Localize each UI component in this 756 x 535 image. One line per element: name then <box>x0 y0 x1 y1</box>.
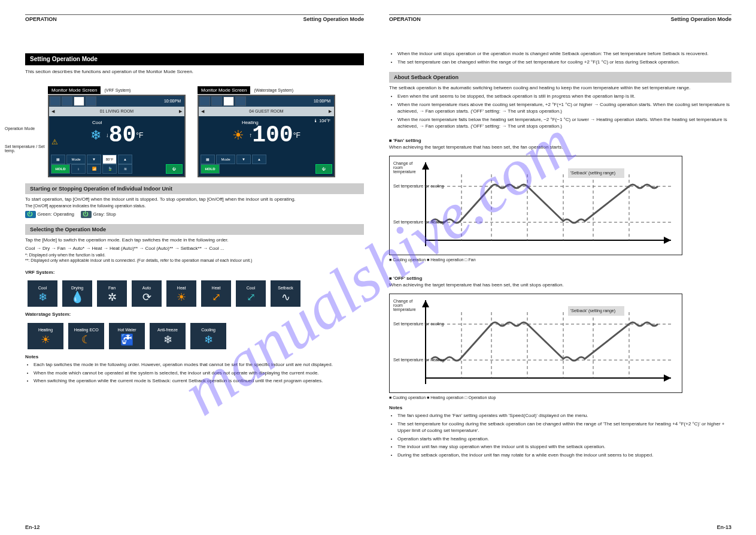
grid-button-2[interactable]: ▦ <box>201 155 215 164</box>
eco-button[interactable]: 🍃 <box>102 164 117 174</box>
shot2-label: Monitor Mode Screen <box>198 86 250 94</box>
mode-tile-drying[interactable]: Drying💧 <box>62 280 92 307</box>
left-notes: Each tap switches the mode in the follow… <box>34 362 364 385</box>
tab-occupancy-icon-2[interactable] <box>235 96 246 106</box>
mode-tile-heating[interactable]: Heating☀ <box>28 323 63 349</box>
graph1-cool-label: Set temperature for cooling <box>393 184 444 188</box>
temp-display-1: 80 <box>109 122 136 148</box>
onoff-subnote: The [On/Off] appearance indicates the fo… <box>25 203 364 208</box>
hold-button[interactable]: HOLD <box>51 164 70 174</box>
unit-1: °F <box>136 131 143 140</box>
mode-button-2[interactable]: Mode <box>216 155 235 164</box>
setback-intro: The setback operation is the automatic s… <box>389 85 731 92</box>
mode-order: Cool → Dry → Fan → Auto* → Heat → Heat (… <box>25 246 364 252</box>
mode-tile-anti-freeze[interactable]: Anti-freeze❄ <box>150 323 186 349</box>
list-item: When the room temperature rises above th… <box>397 102 731 115</box>
hold-button-2[interactable]: HOLD <box>201 164 220 174</box>
thermo-shot-vrf: Monitor Mode Screen(VRF System) 10:00PM … <box>48 86 183 177</box>
mode-grid-water: Heating☀Heating ECO☾Hot Water🚰Anti-freez… <box>28 323 364 349</box>
grid-button[interactable]: ▦ <box>51 155 65 164</box>
next-arrow-icon-2[interactable]: ▶ <box>329 109 332 114</box>
water-label: Waterstage System: <box>25 312 364 318</box>
mode-word-2: Heating <box>242 120 259 125</box>
room-name-1: 01 LIVING ROOM <box>100 109 133 113</box>
prev-arrow-icon[interactable]: ◀ <box>51 109 54 114</box>
green-label: Green: Operating <box>37 211 74 217</box>
fan-icon: ✲ <box>108 292 117 303</box>
off-setting-title: ■ 'OFF' setting <box>389 276 731 282</box>
final-notes: The fan speed during the 'Fan' setting o… <box>397 413 731 459</box>
prev-arrow-icon-2[interactable]: ◀ <box>201 109 204 114</box>
heat-icon: ☀ <box>177 292 186 303</box>
mode-tile-hot-water[interactable]: Hot Water🚰 <box>109 323 145 349</box>
temp-down-button-2[interactable]: ▼ <box>236 155 251 164</box>
gray-label: Gray: Stop <box>93 211 116 217</box>
mode-tile-heat[interactable]: Heat⤢ <box>201 280 231 307</box>
thermo-screen-2: 10:00PM ◀04 GUEST ROOM▶ 🌡 104°F Heating … <box>198 95 335 177</box>
setback-icon: ∿ <box>281 292 290 303</box>
shot2-sub: (Waterstage System) <box>254 88 293 92</box>
mode-tile-cool[interactable]: Cool⤢ <box>236 280 266 307</box>
temp-down-button[interactable]: ▼ <box>87 155 101 164</box>
heating-icon: ☀ <box>41 334 50 345</box>
list-item: The indoor unit fan may stop operation w… <box>397 444 731 451</box>
cooling-icon: ❄ <box>204 334 213 345</box>
mode-tile-heat[interactable]: Heat☀ <box>166 280 196 307</box>
tab-zone-icon-2[interactable] <box>223 96 234 106</box>
swing-button[interactable]: ≋ <box>118 164 132 174</box>
tab-grid-icon[interactable] <box>50 96 60 106</box>
tab-zone-icon[interactable] <box>74 96 84 106</box>
right-header-title: OPERATION <box>389 16 421 22</box>
tab-grid-icon-2[interactable] <box>199 96 210 106</box>
mode-tile-auto[interactable]: Auto⟳ <box>132 280 162 307</box>
setpoint-readout: 80°F <box>102 155 117 164</box>
legend-1: ■ Cooling operation ■ Heating operation … <box>389 258 731 262</box>
callout-mode: Operation Mode <box>5 126 35 131</box>
shot1-label: Monitor Mode Screen <box>48 86 101 94</box>
tab-list-icon[interactable] <box>62 96 72 106</box>
cool-icon: ❄ <box>38 292 47 303</box>
drying-icon: 💧 <box>71 292 84 303</box>
mode-tile-heating-eco[interactable]: Heating ECO☾ <box>68 323 104 349</box>
mode-word-1: Cool <box>92 120 102 125</box>
room-name-2: 04 GUEST ROOM <box>249 109 283 113</box>
outdoor-temp: 🌡 104°F <box>314 119 330 123</box>
hot-water-icon: 🚰 <box>120 334 133 345</box>
mode-button[interactable]: Mode <box>66 155 86 164</box>
right-header-right: Setting Operation Mode <box>670 16 731 22</box>
clock: 10:00PM <box>164 99 181 103</box>
tab-occupancy-icon[interactable] <box>86 96 96 106</box>
heating-eco-icon: ☾ <box>81 334 91 345</box>
thermo-screen-1: 10:00PM ◀01 LIVING ROOM▶ Cool ❄ ↓ 80 °F … <box>48 95 186 177</box>
power-green-icon <box>25 211 36 218</box>
final-notes-title: Notes <box>389 405 731 412</box>
power-button-2[interactable]: ⏻ <box>315 164 332 174</box>
tab-list-icon-2[interactable] <box>211 96 222 106</box>
list-item: When the mode which cannot be operated a… <box>34 370 364 377</box>
gray-bar-onoff: Starting or Stopping Operation of Indivi… <box>25 183 364 194</box>
anti-freeze-icon: ❄ <box>163 334 172 345</box>
mode-tile-setback[interactable]: Setback∿ <box>271 280 300 307</box>
left-header-right: Setting Operation Mode <box>303 16 364 22</box>
callout-settemp: Set temperature / Set temp. <box>5 144 47 153</box>
list-item: When switching the operation while the c… <box>34 378 364 385</box>
temp-up-button-2[interactable]: ▲ <box>252 155 266 164</box>
power-button[interactable]: ⏻ <box>166 164 183 174</box>
left-column: OPERATION Setting Operation Mode Setting… <box>25 0 364 535</box>
temp-up-button[interactable]: ▲ <box>118 155 132 164</box>
right-column: OPERATION Setting Operation Mode When th… <box>389 0 731 535</box>
next-arrow-icon[interactable]: ▶ <box>179 109 182 114</box>
mode-tile-fan[interactable]: Fan✲ <box>97 280 127 307</box>
list-item: Operation starts with the heating operat… <box>397 436 731 443</box>
graph1-heat-label: Set temperature for heating <box>393 220 444 224</box>
mode-tile-cool[interactable]: Cool❄ <box>28 280 57 307</box>
right-header: OPERATION Setting Operation Mode <box>389 14 731 23</box>
list-item: The fan speed during the 'Fan' setting o… <box>397 413 731 419</box>
list-item: The set temperature for cooling during t… <box>397 421 731 434</box>
mode-tile-cooling[interactable]: Cooling❄ <box>190 323 226 349</box>
louver-button[interactable]: ↕ <box>71 164 86 174</box>
fan-speed-button[interactable]: 📶 <box>87 164 101 174</box>
auto-icon: ⟳ <box>142 292 151 303</box>
setback-range-label-2: 'Setback' (setting range) <box>568 306 624 316</box>
clock-2: 10:00PM <box>314 99 330 103</box>
